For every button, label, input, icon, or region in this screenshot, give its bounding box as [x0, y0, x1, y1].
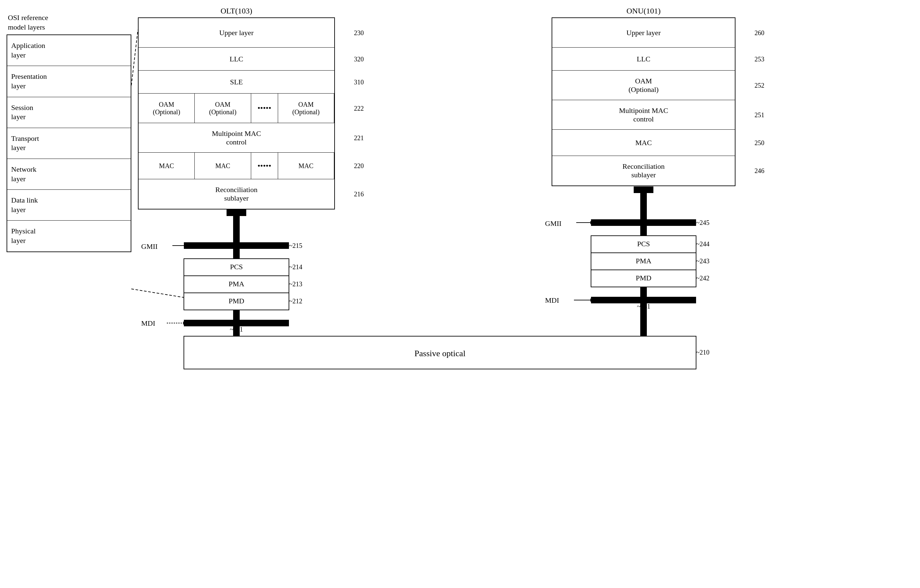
onu-llc-ref: 253 — [755, 55, 765, 63]
olt-gmii-label: GMII — [141, 242, 158, 251]
onu-layers: Upper layer 260 LLC 253 OAM(Optional) 25… — [552, 18, 735, 186]
olt-pma-label: PMA — [228, 280, 244, 288]
olt-mac-row: MAC MAC ••••• MAC 220 — [139, 153, 334, 179]
onu-upper-layer: Upper layer 260 — [552, 18, 735, 48]
onu-title: ONU(101) — [552, 6, 735, 15]
olt-oam-3: OAM(Optional) — [278, 94, 334, 123]
osi-physical-layer: Physicallayer — [7, 220, 131, 251]
olt-mdi-label: MDI — [141, 319, 155, 327]
olt-title: OLT(103) — [138, 6, 335, 15]
onu-reconciliation-layer: Reconciliationsublayer 246 — [552, 156, 735, 186]
onu-mdi-arrow — [590, 298, 594, 302]
olt-oam-row: OAM(Optional) OAM(Optional) ••••• OAM(Op… — [139, 94, 334, 123]
olt-llc-layer: LLC 320 — [139, 48, 334, 71]
onu-mac-ref: 250 — [755, 139, 765, 146]
onu-connector-top — [634, 186, 653, 193]
olt-stem-to-pcs — [233, 249, 240, 259]
osi-session-layer: Sessionlayer — [7, 97, 131, 128]
onu-gmii-ref: ~245 — [696, 219, 709, 226]
olt-mmc-layer: Multipoint MACcontrol 221 — [139, 123, 334, 153]
onu-mac-layer: MAC 250 — [552, 130, 735, 156]
onu-mdi-label: MDI — [545, 296, 559, 305]
passive-optical-label: Passive optical — [415, 349, 465, 358]
onu-gmii-arrow — [590, 221, 594, 224]
olt-pcs-box — [184, 259, 289, 276]
olt-mac-2: MAC — [195, 153, 251, 179]
olt-layers: Upper layer 230 LLC 320 SLE 310 OAM(Opti… — [138, 18, 335, 209]
onu-pcs-ref: ~244 — [696, 240, 709, 248]
onu-upper-ref: 260 — [755, 29, 765, 36]
olt-sle-layer: SLE 310 — [139, 71, 334, 94]
osi-olt-physical-dashed — [131, 289, 184, 298]
onu-pmd-ref: ~242 — [696, 274, 709, 282]
onu-pcs-label: PCS — [637, 240, 650, 248]
olt-connector-stem — [233, 216, 240, 242]
onu-pmd-label: PMD — [636, 274, 651, 282]
osi-reference-model: OSI reference model layers Applicationla… — [6, 13, 131, 252]
olt-pma-box — [184, 276, 289, 293]
olt-gmii-ref: ~215 — [289, 242, 302, 249]
diagram: OSI reference model layers Applicationla… — [0, 0, 920, 588]
olt-reconciliation-ref: 216 — [354, 190, 364, 198]
onu-stem-to-passive — [640, 303, 647, 313]
olt-gmii-arrow — [185, 244, 188, 247]
onu-connector-stem — [640, 193, 647, 219]
onu-gmii-bar — [591, 219, 696, 226]
olt-sle-ref: 310 — [354, 78, 364, 86]
passive-optical-box — [184, 336, 696, 369]
onu-pma-box — [591, 253, 696, 270]
onu-reconciliation-ref: 246 — [755, 167, 765, 175]
olt-mac-ref: 220 — [354, 162, 364, 170]
olt-connector-top — [227, 209, 246, 216]
onu-stem-to-pcs — [640, 226, 647, 236]
onu-mdi-bar — [591, 297, 696, 303]
onu-mmc-layer: Multipoint MACcontrol 251 — [552, 100, 735, 130]
olt-upper-ref: 230 — [354, 29, 364, 36]
olt-container: OLT(103) Upper layer 230 LLC 320 SLE 310… — [138, 6, 335, 209]
olt-pmd-ref: ~212 — [289, 298, 302, 305]
onu-passive-connect — [640, 313, 647, 336]
onu-oam-ref: 252 — [755, 81, 765, 89]
olt-gmii-bar — [184, 242, 289, 249]
onu-pcs-box — [591, 236, 696, 253]
osi-network-layer: Networklayer — [7, 159, 131, 190]
osi-layers: Applicationlayer Presentationlayer Sessi… — [6, 34, 131, 252]
onu-container: ONU(101) Upper layer 260 LLC 253 OAM(Opt… — [552, 6, 735, 186]
osi-transport-layer: Transportlayer — [7, 128, 131, 159]
onu-llc-layer: LLC 253 — [552, 48, 735, 71]
osi-olt-upper-dashed — [131, 30, 138, 85]
olt-oam-1: OAM(Optional) — [139, 94, 195, 123]
olt-pmd-label: PMD — [228, 297, 244, 305]
olt-mdi-bar — [184, 320, 289, 326]
olt-mmc-ref: 221 — [354, 134, 364, 141]
osi-presentation-layer: Presentationlayer — [7, 66, 131, 97]
olt-mdi-arrow — [183, 321, 186, 325]
olt-oam-dots: ••••• — [251, 94, 278, 123]
osi-application-layer: Applicationlayer — [7, 35, 131, 66]
olt-mac-dots: ••••• — [251, 153, 278, 179]
olt-llc-ref: 320 — [354, 55, 364, 63]
olt-mac-3: MAC — [278, 153, 334, 179]
olt-mdi-ref: ~211 — [230, 326, 243, 333]
onu-mdi-ref: ~241 — [637, 303, 650, 310]
olt-pma-ref: ~213 — [289, 280, 302, 288]
olt-upper-layer: Upper layer 230 — [139, 18, 334, 48]
onu-stem-from-pmd — [640, 287, 647, 297]
onu-gmii-label: GMII — [545, 219, 562, 227]
olt-oam-ref: 222 — [354, 104, 364, 112]
olt-stem-to-passive — [233, 326, 240, 336]
osi-title: OSI reference model layers — [6, 13, 131, 32]
olt-oam-2: OAM(Optional) — [195, 94, 251, 123]
olt-stem-from-pmd — [233, 310, 240, 320]
passive-optical-ref: ~210 — [696, 349, 709, 356]
onu-oam-layer: OAM(Optional) 252 — [552, 71, 735, 100]
onu-pma-ref: ~243 — [696, 258, 709, 265]
olt-reconciliation-layer: Reconciliationsublayer 216 — [139, 179, 334, 209]
onu-pma-label: PMA — [636, 257, 651, 265]
onu-pmd-box — [591, 270, 696, 287]
olt-mac-1: MAC — [139, 153, 195, 179]
onu-mmc-ref: 251 — [755, 111, 765, 118]
osi-datalink-layer: Data linklayer — [7, 190, 131, 220]
olt-pcs-label: PCS — [230, 262, 243, 271]
olt-pmd-box — [184, 293, 289, 310]
